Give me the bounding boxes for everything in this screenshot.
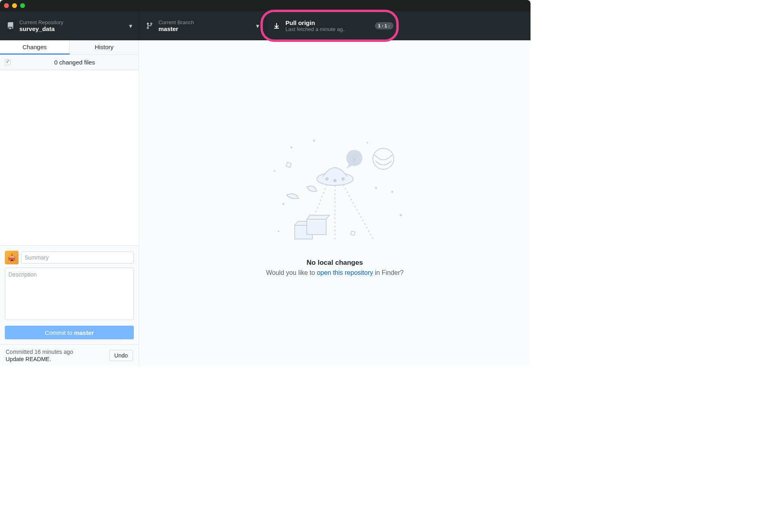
repo-icon <box>6 22 15 29</box>
svg-point-3 <box>342 178 344 180</box>
last-commit-info: Committed 16 minutes ago Update README. <box>6 349 73 362</box>
main: Changes History 0 changed files 🎪 Commit… <box>0 40 531 366</box>
download-icon <box>273 23 281 29</box>
sync-badge: 1↑ 1↓ <box>375 22 393 29</box>
traffic-lights <box>4 3 25 8</box>
repo-text: Current Repository survey_data <box>19 19 126 32</box>
commit-button-branch: master <box>74 329 94 336</box>
commit-button-prefix: Commit to <box>45 329 74 336</box>
repo-label: Current Repository <box>19 19 126 25</box>
pull-origin-button[interactable]: Pull origin Last fetched a minute ag.. 1… <box>266 11 531 40</box>
svg-point-2 <box>334 179 336 182</box>
pull-count: 1 <box>385 23 387 28</box>
svg-point-14 <box>278 231 279 232</box>
arrow-up-icon: ↑ <box>381 24 384 28</box>
changed-files-count: 0 changed files <box>15 59 134 66</box>
close-window-button[interactable] <box>4 3 9 8</box>
tab-history[interactable]: History <box>70 40 139 54</box>
commit-description-input[interactable] <box>5 268 134 320</box>
last-commit-time: Committed 16 minutes ago <box>6 349 73 355</box>
undo-button[interactable]: Undo <box>109 350 133 361</box>
toolbar: Current Repository survey_data ▾ Current… <box>0 11 531 40</box>
sidebar-tabs: Changes History <box>0 40 139 55</box>
last-commit-message: Update README. <box>6 356 73 362</box>
svg-point-9 <box>373 148 394 169</box>
commit-form: 🎪 Commit to master <box>0 245 139 344</box>
empty-state-illustration: ? <box>266 131 404 251</box>
arrow-down-icon: ↓ <box>388 24 391 28</box>
empty-suffix: in Finder? <box>373 269 404 276</box>
commit-summary-input[interactable] <box>21 251 134 264</box>
empty-prefix: Would you like to <box>266 269 317 276</box>
maximize-window-button[interactable] <box>20 3 25 8</box>
pull-subtitle: Last fetched a minute ag.. <box>285 26 372 32</box>
svg-line-6 <box>343 185 373 239</box>
titlebar <box>0 0 531 11</box>
push-count: 1 <box>378 23 381 28</box>
pull-text: Pull origin Last fetched a minute ag.. <box>285 19 372 32</box>
empty-state-subtitle: Would you like to open this repository i… <box>266 269 404 276</box>
last-commit-bar: Committed 16 minutes ago Update README. … <box>0 344 139 366</box>
caret-down-icon: ▾ <box>256 22 259 30</box>
open-repository-link[interactable]: open this repository <box>317 269 373 276</box>
branch-selector[interactable]: Current Branch master ▾ <box>139 11 266 40</box>
svg-rect-15 <box>286 162 291 167</box>
changes-list-header: 0 changed files <box>0 55 139 70</box>
empty-state-title: No local changes <box>307 259 363 267</box>
caret-down-icon: ▾ <box>129 22 132 30</box>
svg-rect-16 <box>350 231 355 235</box>
changes-list <box>0 70 139 245</box>
commit-button[interactable]: Commit to master <box>5 326 134 339</box>
pull-title: Pull origin <box>285 19 372 26</box>
select-all-checkbox[interactable] <box>5 60 10 65</box>
branch-value: master <box>158 25 253 32</box>
branch-text: Current Branch master <box>158 19 253 32</box>
minimize-window-button[interactable] <box>12 3 17 8</box>
svg-rect-11 <box>307 219 326 235</box>
branch-icon <box>146 22 154 29</box>
tab-changes[interactable]: Changes <box>0 40 70 54</box>
svg-point-12 <box>274 170 275 172</box>
repo-value: survey_data <box>19 25 126 32</box>
avatar: 🎪 <box>5 251 19 264</box>
svg-point-1 <box>326 178 328 180</box>
svg-text:?: ? <box>352 153 357 163</box>
branch-label: Current Branch <box>158 19 253 25</box>
sidebar: Changes History 0 changed files 🎪 Commit… <box>0 40 139 366</box>
repository-selector[interactable]: Current Repository survey_data ▾ <box>0 11 139 40</box>
content-area: ? <box>139 40 531 366</box>
svg-point-13 <box>366 142 368 143</box>
